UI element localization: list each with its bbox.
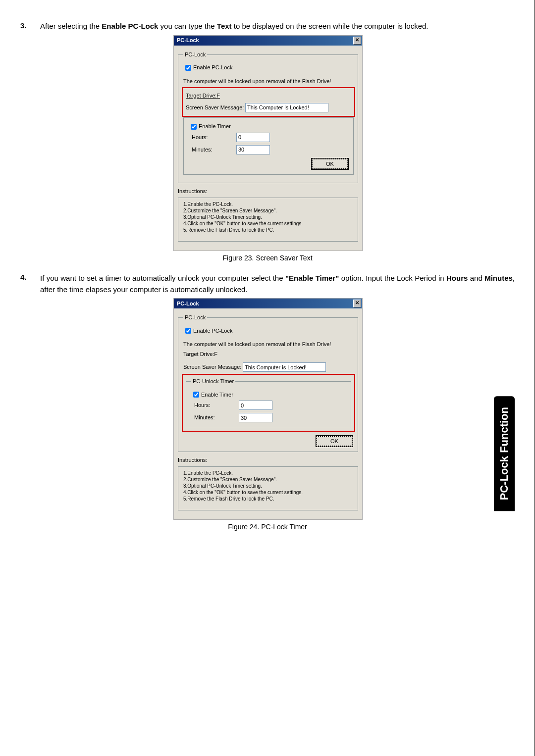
step-3-number: 3. [20, 20, 34, 31]
enable-pclock-checkbox[interactable] [185, 65, 191, 71]
pclock-dialog-1: PC-Lock ✕ PC-Lock Enable PC-Lock The com… [173, 35, 363, 251]
step-4-text: If you want to set a timer to automatica… [40, 272, 515, 296]
step-4-t3: and [468, 274, 484, 282]
enable-pclock-row-2: Enable PC-Lock [183, 326, 354, 335]
step-3-text: After selecting the Enable PC-Lock you c… [40, 20, 515, 32]
minutes-input-2[interactable] [239, 413, 272, 422]
pclock-group-label-2: PC-Lock [183, 313, 207, 322]
timer-group-2: PC-Unlock Timer Enable Timer Hours: [186, 377, 351, 428]
figure-23-caption: Figure 23. Screen Saver Text [20, 253, 515, 264]
screen-saver-label: Screen Saver Message: [186, 103, 245, 112]
step-4-t2: option. Input the Lock Period in [339, 274, 446, 282]
step-3-b1: Enable PC-Lock [102, 22, 158, 30]
instructions-box-1: 1.Enable the PC-Lock. 2.Customize the "S… [178, 198, 358, 242]
instructions-label-2: Instructions: [178, 456, 358, 464]
screen-saver-row: Screen Saver Message: [186, 103, 351, 112]
fig24-highlight: PC-Unlock Timer Enable Timer Hours: [182, 374, 355, 432]
enable-timer-row-1: Enable Timer [189, 122, 349, 131]
minutes-row-2: Minutes: [191, 413, 347, 422]
instr-item: 4.Click on the "OK" button to save the c… [183, 220, 354, 227]
instr-item: 3.Optional PC-Unlock Timer setting. [183, 214, 354, 220]
dialog-titlebar-2[interactable]: PC-Lock ✕ [174, 299, 362, 308]
instructions-box-2: 1.Enable the PC-Lock. 2.Customize the "S… [178, 466, 358, 510]
instructions-list-2: 1.Enable the PC-Lock. 2.Customize the "S… [182, 470, 354, 502]
enable-timer-label-1: Enable Timer [199, 122, 231, 131]
step-4: 4. If you want to set a timer to automat… [20, 271, 515, 533]
hours-row-1: Hours: [189, 133, 349, 142]
target-drive-row-2: Target Drive:F [183, 350, 354, 358]
target-drive: Target Drive:F [186, 92, 220, 100]
close-icon-2[interactable]: ✕ [353, 300, 361, 307]
minutes-row-1: Minutes: [189, 145, 349, 154]
step-3-t1: After selecting the [40, 22, 102, 30]
instr-item: 4.Click on the "OK" button to save the c… [183, 489, 354, 496]
step-4-number: 4. [20, 271, 34, 283]
hours-input-1[interactable] [236, 133, 270, 142]
figure-24: PC-Lock ✕ PC-Lock Enable PC-Lock The com… [173, 298, 362, 520]
instr-item: 1.Enable the PC-Lock. [183, 470, 354, 476]
locked-msg: The computer will be locked upon removal… [183, 77, 331, 86]
locked-msg-row: The computer will be locked upon removal… [183, 77, 354, 86]
enable-timer-row-2: Enable Timer [191, 390, 347, 399]
hours-label-2: Hours: [191, 401, 239, 409]
instr-item: 3.Optional PC-Unlock Timer setting. [183, 483, 354, 489]
screen-saver-input-2[interactable] [243, 362, 326, 372]
minutes-input-1[interactable] [236, 145, 270, 154]
enable-timer-label-2: Enable Timer [201, 391, 233, 399]
figure-23: PC-Lock ✕ PC-Lock Enable PC-Lock The com… [173, 35, 362, 251]
enable-pclock-label-2: Enable PC-Lock [193, 327, 233, 335]
step-3-t3: to be displayed on the screen while the … [232, 22, 428, 30]
dialog-title: PC-Lock [177, 36, 199, 45]
screen-saver-row-2: Screen Saver Message: [183, 362, 354, 372]
pclock-group: PC-Lock Enable PC-Lock The computer will… [178, 50, 358, 183]
enable-pclock-checkbox-2[interactable] [185, 328, 191, 334]
step-3-t2: you can type the [158, 22, 216, 30]
target-drive-row: Target Drive:F [186, 92, 351, 100]
minutes-label-1: Minutes: [189, 146, 236, 154]
pclock-dialog-2: PC-Lock ✕ PC-Lock Enable PC-Lock The com… [173, 298, 363, 520]
hours-label-1: Hours: [189, 133, 236, 142]
step-4-b3: Minutes [484, 274, 513, 282]
ok-button-1[interactable]: OK [312, 158, 348, 169]
instructions-list-1: 1.Enable the PC-Lock. 2.Customize the "S… [182, 201, 354, 233]
locked-msg-row-2: The computer will be locked upon removal… [183, 340, 354, 349]
ok-row-1: OK [189, 158, 348, 169]
step-3: 3. After selecting the Enable PC-Lock yo… [20, 20, 515, 263]
instr-item: 5.Remove the Flash Drive to lock the PC. [183, 227, 354, 233]
target-drive-2: Target Drive:F [183, 350, 217, 358]
dialog-title-2: PC-Lock [177, 300, 199, 308]
instr-item: 5.Remove the Flash Drive to lock the PC. [183, 496, 354, 502]
instr-item: 2.Customize the "Screen Saver Message". [183, 207, 354, 214]
timer-group-1: Enable Timer Hours: Minutes: [183, 117, 354, 175]
enable-timer-checkbox-1[interactable] [191, 124, 197, 130]
step-4-b1: "Enable Timer" [285, 274, 339, 282]
hours-input-2[interactable] [239, 401, 272, 410]
figure-24-caption: Figure 24. PC-Lock Timer [20, 522, 515, 533]
pclock-group-label: PC-Lock [183, 50, 207, 59]
fig23-highlight: Target Drive:F Screen Saver Message: [182, 87, 355, 117]
step-4-b2: Hours [446, 274, 468, 282]
instructions-label-1: Instructions: [178, 187, 358, 196]
step-3-b2: Text [217, 22, 232, 30]
ok-button-2[interactable]: OK [316, 436, 353, 447]
ok-row-2: OK [183, 436, 353, 447]
minutes-label-2: Minutes: [191, 413, 239, 422]
close-icon[interactable]: ✕ [353, 37, 361, 45]
locked-msg-2: The computer will be locked upon removal… [183, 340, 331, 349]
screen-saver-label-2: Screen Saver Message: [183, 363, 243, 371]
screen-saver-input[interactable] [245, 103, 328, 112]
step-4-t1: If you want to set a timer to automatica… [40, 274, 285, 282]
dialog-titlebar[interactable]: PC-Lock ✕ [174, 36, 362, 46]
enable-pclock-label: Enable PC-Lock [193, 63, 233, 72]
hours-row-2: Hours: [191, 401, 347, 410]
timer-group-label-2: PC-Unlock Timer [191, 377, 235, 386]
instr-item: 2.Customize the "Screen Saver Message". [183, 476, 354, 483]
instr-item: 1.Enable the PC-Lock. [183, 201, 354, 207]
enable-pclock-row: Enable PC-Lock [183, 63, 354, 72]
side-tab: PC-Lock Function [494, 396, 515, 511]
pclock-group-2: PC-Lock Enable PC-Lock The computer will… [178, 313, 358, 452]
enable-timer-checkbox-2[interactable] [193, 392, 199, 398]
